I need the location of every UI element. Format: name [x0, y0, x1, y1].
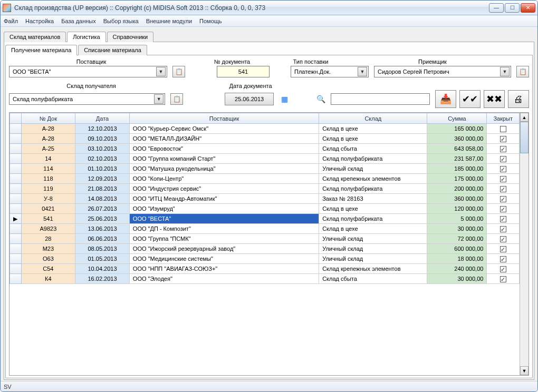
- cell-closed[interactable]: [487, 144, 520, 154]
- table-row[interactable]: 11921.08.2013ООО "Индустрия сервис"Склад…: [10, 184, 520, 194]
- cell-warehouse[interactable]: Заказ № 28163: [319, 194, 427, 204]
- cell-sum[interactable]: 200 000,00: [427, 184, 487, 194]
- cell-closed[interactable]: [487, 254, 520, 264]
- cell-warehouse[interactable]: Склад полуфабриката: [319, 154, 427, 164]
- table-row[interactable]: А-2809.10.2013ООО "МЕТАЛЛ-ДИЗАЙН"Склад в…: [10, 134, 520, 144]
- cell-supplier[interactable]: ООО "Индустрия сервис": [129, 184, 319, 194]
- rowheader-column[interactable]: [10, 113, 22, 124]
- closed-checkbox[interactable]: [500, 236, 506, 242]
- table-row[interactable]: 11401.10.2013ООО "Матушка рукодельница"У…: [10, 164, 520, 174]
- cell-date[interactable]: 13.06.2013: [75, 224, 130, 234]
- closed-checkbox[interactable]: [500, 226, 506, 232]
- minimize-button[interactable]: —: [489, 3, 504, 13]
- cell-docno[interactable]: К4: [21, 274, 75, 284]
- cell-sum[interactable]: 360 000,00: [427, 194, 487, 204]
- cell-sum[interactable]: 30 000,00: [427, 274, 487, 284]
- cell-date[interactable]: 08.05.2013: [75, 244, 130, 254]
- cell-date[interactable]: 12.10.2013: [75, 124, 130, 134]
- cell-warehouse[interactable]: Уличный склад: [319, 164, 427, 174]
- col-date[interactable]: Дата: [75, 113, 130, 124]
- menu-database[interactable]: База данных: [61, 18, 96, 24]
- closed-checkbox[interactable]: [500, 206, 506, 212]
- scrollbar-thumb[interactable]: [520, 122, 529, 153]
- cell-warehouse[interactable]: Склад сбыта: [319, 274, 427, 284]
- table-row[interactable]: С5410.04.2013ООО "НПП "АВИАГАЗ-СОЮЗ+"Скл…: [10, 264, 520, 274]
- cell-closed[interactable]: [487, 224, 520, 234]
- cell-date[interactable]: 12.09.2013: [75, 174, 130, 184]
- cell-closed[interactable]: [487, 244, 520, 254]
- cell-warehouse[interactable]: Склад в цехе: [319, 124, 427, 134]
- col-sum[interactable]: Сумма: [427, 113, 487, 124]
- cell-date[interactable]: 01.05.2013: [75, 254, 130, 264]
- col-closed[interactable]: Закрыт: [487, 113, 520, 124]
- closed-checkbox[interactable]: [500, 176, 506, 182]
- cell-closed[interactable]: [487, 234, 520, 244]
- table-row[interactable]: 1402.10.2013ООО "Группа компаний Старт"С…: [10, 154, 520, 164]
- cell-docno[interactable]: А-28: [21, 124, 75, 134]
- supplier-lookup-button[interactable]: 📋: [172, 66, 185, 77]
- cell-supplier[interactable]: ООО "ДП - Композит": [129, 224, 319, 234]
- cell-docno[interactable]: С54: [21, 264, 75, 274]
- cell-closed[interactable]: [487, 164, 520, 174]
- search-input[interactable]: [331, 93, 430, 105]
- cell-docno[interactable]: У-8: [21, 194, 75, 204]
- print-button[interactable]: 🖨: [508, 90, 529, 108]
- closed-checkbox[interactable]: [500, 136, 506, 142]
- tab-materials-warehouse[interactable]: Склад материалов: [4, 32, 66, 42]
- closed-checkbox[interactable]: [500, 246, 506, 252]
- close-button[interactable]: ✕: [521, 3, 535, 13]
- cell-warehouse[interactable]: Склад крепежных элементов: [319, 264, 427, 274]
- cell-supplier[interactable]: ООО "Ижорский резервуарный завод": [129, 244, 319, 254]
- col-warehouse[interactable]: Склад: [319, 113, 427, 124]
- cell-warehouse[interactable]: Уличный склад: [319, 234, 427, 244]
- dest-warehouse-combo[interactable]: Склад полуфабриката ▼: [9, 93, 165, 105]
- cell-warehouse[interactable]: Склад полуфабриката: [319, 184, 427, 194]
- cell-docno[interactable]: 118: [21, 174, 75, 184]
- search-icon[interactable]: 🔍: [316, 95, 325, 103]
- table-row[interactable]: У-814.08.2013ООО "ИТЦ Меандр-Автоматик"З…: [10, 194, 520, 204]
- tab-logistics[interactable]: Логистика: [67, 32, 105, 42]
- cell-docno[interactable]: М23: [21, 244, 75, 254]
- cell-date[interactable]: 26.07.2013: [75, 204, 130, 214]
- scroll-up-icon[interactable]: ▲: [520, 113, 529, 122]
- vertical-scrollbar[interactable]: ▲ ▼: [520, 113, 529, 375]
- table-row[interactable]: М2308.05.2013ООО "Ижорский резервуарный …: [10, 244, 520, 254]
- cell-date[interactable]: 14.08.2013: [75, 194, 130, 204]
- cell-closed[interactable]: [487, 214, 520, 224]
- cell-sum[interactable]: 231 587,00: [427, 154, 487, 164]
- cell-closed[interactable]: [487, 194, 520, 204]
- cell-docno[interactable]: 114: [21, 164, 75, 174]
- cell-warehouse[interactable]: Уличный склад: [319, 244, 427, 254]
- cell-sum[interactable]: 240 000,00: [427, 264, 487, 274]
- cell-closed[interactable]: [487, 154, 520, 164]
- table-row[interactable]: 2806.06.2013ООО "Группа "ПСМК"Уличный ск…: [10, 234, 520, 244]
- cell-warehouse[interactable]: Склад крепежных элементов: [319, 174, 427, 184]
- cell-supplier[interactable]: ООО "Изумруд": [129, 204, 319, 214]
- cell-date[interactable]: 03.10.2013: [75, 144, 130, 154]
- table-row[interactable]: 042126.07.2013ООО "Изумруд"Склад в цехе1…: [10, 204, 520, 214]
- closed-checkbox[interactable]: [500, 266, 506, 272]
- cell-docno[interactable]: 119: [21, 184, 75, 194]
- cell-supplier[interactable]: ООО "Группа компаний Старт": [129, 154, 319, 164]
- delivery-type-combo[interactable]: Платежн.Док. ▼: [291, 66, 369, 77]
- cell-supplier[interactable]: ООО "НПП "АВИАГАЗ-СОЮЗ+": [129, 264, 319, 274]
- closed-checkbox[interactable]: [500, 126, 506, 132]
- cell-supplier[interactable]: ООО "Медицинские системы": [129, 254, 319, 264]
- calendar-icon[interactable]: ▦: [279, 93, 291, 105]
- cell-sum[interactable]: 72 000,00: [427, 234, 487, 244]
- maximize-button[interactable]: ☐: [505, 3, 520, 13]
- table-row[interactable]: 11812.09.2013ООО "Копи-Центр"Склад крепе…: [10, 174, 520, 184]
- cell-supplier[interactable]: ООО "МЕТАЛЛ-ДИЗАЙН": [129, 134, 319, 144]
- cell-warehouse[interactable]: Склад полуфабриката: [319, 214, 427, 224]
- supplier-combo[interactable]: ООО "ВЕСТА" ▼: [9, 66, 167, 77]
- cell-closed[interactable]: [487, 134, 520, 144]
- closed-checkbox[interactable]: [500, 186, 506, 192]
- docdate-button[interactable]: 25.06.2013: [225, 93, 274, 105]
- cell-sum[interactable]: 120 000,00: [427, 204, 487, 214]
- menu-help[interactable]: Помощь: [199, 18, 222, 24]
- dest-warehouse-lookup-button[interactable]: 📋: [170, 93, 183, 105]
- menu-file[interactable]: Файл: [4, 18, 18, 24]
- cell-closed[interactable]: [487, 264, 520, 274]
- cell-closed[interactable]: [487, 274, 520, 284]
- cell-sum[interactable]: 175 000,00: [427, 174, 487, 184]
